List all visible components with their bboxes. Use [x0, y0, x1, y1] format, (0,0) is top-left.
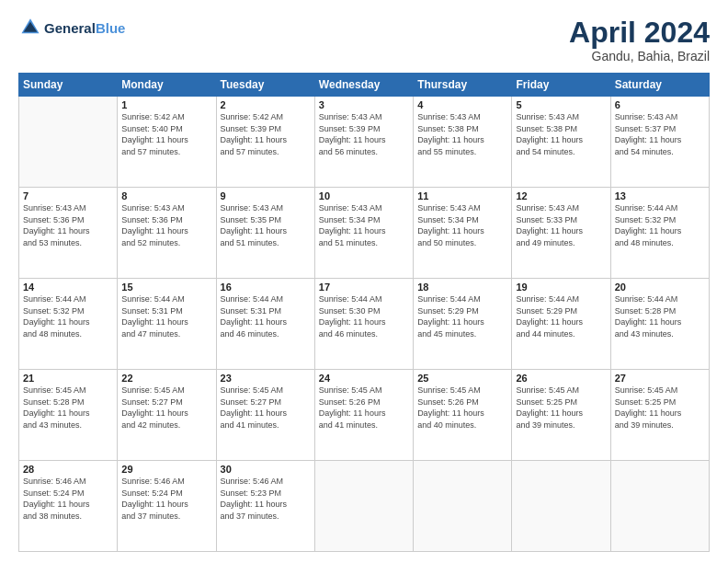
day-number: 4 — [417, 99, 507, 110]
table-row: 16Sunrise: 5:44 AMSunset: 5:31 PMDayligh… — [216, 279, 314, 370]
table-row: 30Sunrise: 5:46 AMSunset: 5:23 PMDayligh… — [216, 461, 314, 552]
day-info: Sunrise: 5:46 AMSunset: 5:24 PMDaylight:… — [121, 476, 211, 522]
day-number: 19 — [516, 282, 606, 293]
day-number: 8 — [121, 190, 211, 201]
day-number: 26 — [516, 373, 606, 384]
table-row: 12Sunrise: 5:43 AMSunset: 5:33 PMDayligh… — [512, 188, 610, 279]
header: GeneralBlue April 2024 Gandu, Bahia, Bra… — [18, 17, 710, 63]
day-number: 1 — [121, 99, 211, 110]
col-thursday: Thursday — [414, 74, 512, 97]
col-wednesday: Wednesday — [314, 74, 413, 97]
calendar-header-row: Sunday Monday Tuesday Wednesday Thursday… — [19, 74, 710, 97]
calendar-week-row: 28Sunrise: 5:46 AMSunset: 5:24 PMDayligh… — [19, 461, 710, 552]
day-info: Sunrise: 5:45 AMSunset: 5:27 PMDaylight:… — [221, 385, 311, 431]
day-number: 15 — [121, 282, 211, 293]
table-row: 13Sunrise: 5:44 AMSunset: 5:32 PMDayligh… — [610, 188, 709, 279]
col-sunday: Sunday — [19, 74, 118, 97]
day-info: Sunrise: 5:43 AMSunset: 5:36 PMDaylight:… — [121, 202, 211, 248]
day-number: 22 — [121, 373, 211, 384]
table-row: 15Sunrise: 5:44 AMSunset: 5:31 PMDayligh… — [118, 279, 216, 370]
logo-icon — [20, 17, 40, 37]
day-number: 9 — [221, 190, 311, 201]
table-row: 10Sunrise: 5:43 AMSunset: 5:34 PMDayligh… — [314, 188, 413, 279]
table-row — [314, 461, 413, 552]
day-number: 10 — [319, 190, 409, 201]
day-info: Sunrise: 5:46 AMSunset: 5:23 PMDaylight:… — [221, 476, 311, 522]
table-row — [19, 97, 118, 188]
table-row: 27Sunrise: 5:45 AMSunset: 5:25 PMDayligh… — [610, 370, 709, 461]
table-row: 22Sunrise: 5:45 AMSunset: 5:27 PMDayligh… — [118, 370, 216, 461]
day-info: Sunrise: 5:42 AMSunset: 5:39 PMDaylight:… — [221, 111, 311, 157]
table-row: 2Sunrise: 5:42 AMSunset: 5:39 PMDaylight… — [216, 97, 314, 188]
location: Gandu, Bahia, Brazil — [569, 49, 710, 63]
day-number: 24 — [319, 373, 409, 384]
day-info: Sunrise: 5:45 AMSunset: 5:25 PMDaylight:… — [615, 385, 705, 431]
table-row: 9Sunrise: 5:43 AMSunset: 5:35 PMDaylight… — [216, 188, 314, 279]
col-saturday: Saturday — [610, 74, 709, 97]
calendar-table: Sunday Monday Tuesday Wednesday Thursday… — [18, 73, 710, 552]
table-row: 5Sunrise: 5:43 AMSunset: 5:38 PMDaylight… — [512, 97, 610, 188]
day-number: 20 — [615, 282, 705, 293]
day-info: Sunrise: 5:43 AMSunset: 5:39 PMDaylight:… — [319, 111, 409, 157]
table-row: 29Sunrise: 5:46 AMSunset: 5:24 PMDayligh… — [118, 461, 216, 552]
table-row: 17Sunrise: 5:44 AMSunset: 5:30 PMDayligh… — [314, 279, 413, 370]
day-info: Sunrise: 5:43 AMSunset: 5:38 PMDaylight:… — [417, 111, 507, 157]
logo: GeneralBlue — [18, 17, 125, 40]
day-number: 25 — [417, 373, 507, 384]
table-row: 4Sunrise: 5:43 AMSunset: 5:38 PMDaylight… — [414, 97, 512, 188]
day-number: 27 — [615, 373, 705, 384]
day-number: 11 — [417, 190, 507, 201]
table-row — [610, 461, 709, 552]
table-row: 26Sunrise: 5:45 AMSunset: 5:25 PMDayligh… — [512, 370, 610, 461]
day-info: Sunrise: 5:44 AMSunset: 5:29 PMDaylight:… — [417, 293, 507, 339]
day-number: 18 — [417, 282, 507, 293]
page: GeneralBlue April 2024 Gandu, Bahia, Bra… — [0, 0, 728, 563]
table-row: 28Sunrise: 5:46 AMSunset: 5:24 PMDayligh… — [19, 461, 118, 552]
calendar-week-row: 1Sunrise: 5:42 AMSunset: 5:40 PMDaylight… — [19, 97, 710, 188]
day-info: Sunrise: 5:43 AMSunset: 5:37 PMDaylight:… — [615, 111, 705, 157]
day-info: Sunrise: 5:45 AMSunset: 5:25 PMDaylight:… — [516, 385, 606, 431]
day-number: 14 — [23, 282, 113, 293]
day-info: Sunrise: 5:44 AMSunset: 5:28 PMDaylight:… — [615, 293, 705, 339]
day-number: 16 — [221, 282, 311, 293]
day-info: Sunrise: 5:43 AMSunset: 5:38 PMDaylight:… — [516, 111, 606, 157]
day-info: Sunrise: 5:43 AMSunset: 5:35 PMDaylight:… — [221, 202, 311, 248]
table-row: 19Sunrise: 5:44 AMSunset: 5:29 PMDayligh… — [512, 279, 610, 370]
calendar-week-row: 21Sunrise: 5:45 AMSunset: 5:28 PMDayligh… — [19, 370, 710, 461]
day-number: 2 — [221, 99, 311, 110]
day-number: 12 — [516, 190, 606, 201]
table-row: 20Sunrise: 5:44 AMSunset: 5:28 PMDayligh… — [610, 279, 709, 370]
day-info: Sunrise: 5:43 AMSunset: 5:34 PMDaylight:… — [319, 202, 409, 248]
day-info: Sunrise: 5:44 AMSunset: 5:32 PMDaylight:… — [615, 202, 705, 248]
day-info: Sunrise: 5:42 AMSunset: 5:40 PMDaylight:… — [121, 111, 211, 157]
col-friday: Friday — [512, 74, 610, 97]
day-number: 6 — [615, 99, 705, 110]
day-number: 17 — [319, 282, 409, 293]
day-number: 23 — [221, 373, 311, 384]
table-row: 23Sunrise: 5:45 AMSunset: 5:27 PMDayligh… — [216, 370, 314, 461]
day-info: Sunrise: 5:45 AMSunset: 5:28 PMDaylight:… — [23, 385, 113, 431]
col-monday: Monday — [118, 74, 216, 97]
col-tuesday: Tuesday — [216, 74, 314, 97]
table-row: 3Sunrise: 5:43 AMSunset: 5:39 PMDaylight… — [314, 97, 413, 188]
table-row: 21Sunrise: 5:45 AMSunset: 5:28 PMDayligh… — [19, 370, 118, 461]
day-number: 29 — [121, 464, 211, 475]
table-row: 1Sunrise: 5:42 AMSunset: 5:40 PMDaylight… — [118, 97, 216, 188]
table-row: 18Sunrise: 5:44 AMSunset: 5:29 PMDayligh… — [414, 279, 512, 370]
day-number: 5 — [516, 99, 606, 110]
day-info: Sunrise: 5:45 AMSunset: 5:27 PMDaylight:… — [121, 385, 211, 431]
day-number: 30 — [221, 464, 311, 475]
day-number: 28 — [23, 464, 113, 475]
table-row: 25Sunrise: 5:45 AMSunset: 5:26 PMDayligh… — [414, 370, 512, 461]
day-info: Sunrise: 5:43 AMSunset: 5:33 PMDaylight:… — [516, 202, 606, 248]
day-number: 3 — [319, 99, 409, 110]
day-number: 21 — [23, 373, 113, 384]
table-row: 14Sunrise: 5:44 AMSunset: 5:32 PMDayligh… — [19, 279, 118, 370]
table-row: 8Sunrise: 5:43 AMSunset: 5:36 PMDaylight… — [118, 188, 216, 279]
table-row — [512, 461, 610, 552]
day-number: 7 — [23, 190, 113, 201]
table-row: 7Sunrise: 5:43 AMSunset: 5:36 PMDaylight… — [19, 188, 118, 279]
logo-text: GeneralBlue — [44, 21, 125, 37]
day-info: Sunrise: 5:44 AMSunset: 5:31 PMDaylight:… — [121, 293, 211, 339]
day-info: Sunrise: 5:46 AMSunset: 5:24 PMDaylight:… — [23, 476, 113, 522]
